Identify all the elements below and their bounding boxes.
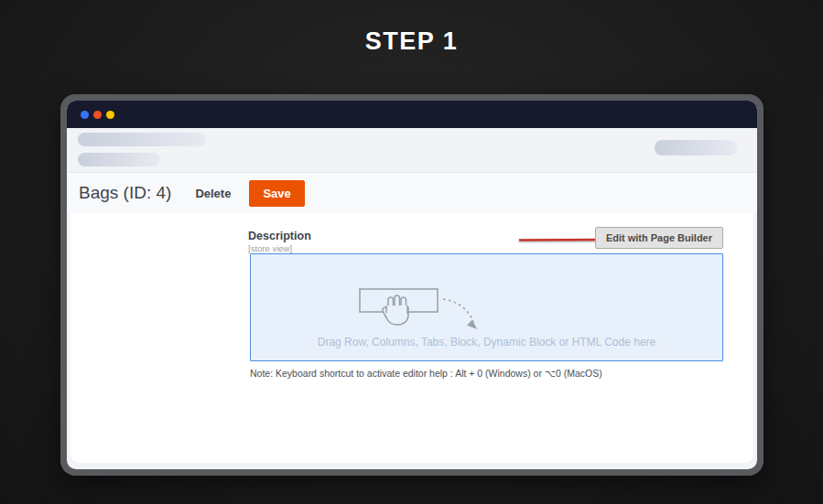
- editor-shortcut-note: Note: Keyboard shortcut to activate edit…: [250, 368, 602, 379]
- window-dot-blue-icon: [81, 111, 89, 119]
- page-builder-dropzone[interactable]: Drag Row, Columns, Tabs, Block, Dynamic …: [250, 253, 723, 361]
- window-titlebar: [67, 101, 757, 128]
- description-field-label-block: Description [store view]: [248, 230, 311, 253]
- delete-button[interactable]: Delete: [195, 187, 231, 200]
- window-dot-yellow-icon: [106, 111, 114, 119]
- browser-window: Bags (ID: 4) Delete Save Description [st…: [60, 94, 763, 476]
- edit-with-page-builder-button[interactable]: Edit with Page Builder: [595, 227, 723, 249]
- drag-hand-icon: [359, 274, 505, 344]
- skeleton-bar: [78, 153, 160, 166]
- dropzone-hint-text: Drag Row, Columns, Tabs, Block, Dynamic …: [251, 336, 722, 349]
- page-title-row: Bags (ID: 4) Delete Save: [67, 172, 757, 213]
- window-dot-red-icon: [93, 111, 102, 119]
- content-panel: Description [store view] Edit with Page …: [70, 213, 753, 463]
- page-header-skeleton: [67, 128, 757, 172]
- step-heading: STEP 1: [0, 27, 823, 56]
- browser-window-body: Bags (ID: 4) Delete Save Description [st…: [67, 101, 757, 469]
- page-title: Bags (ID: 4): [79, 183, 171, 203]
- skeleton-bar: [78, 133, 206, 146]
- skeleton-bar: [655, 140, 737, 155]
- save-button[interactable]: Save: [249, 180, 304, 207]
- description-label: Description: [248, 230, 311, 242]
- store-view-scope-label: [store view]: [248, 243, 311, 253]
